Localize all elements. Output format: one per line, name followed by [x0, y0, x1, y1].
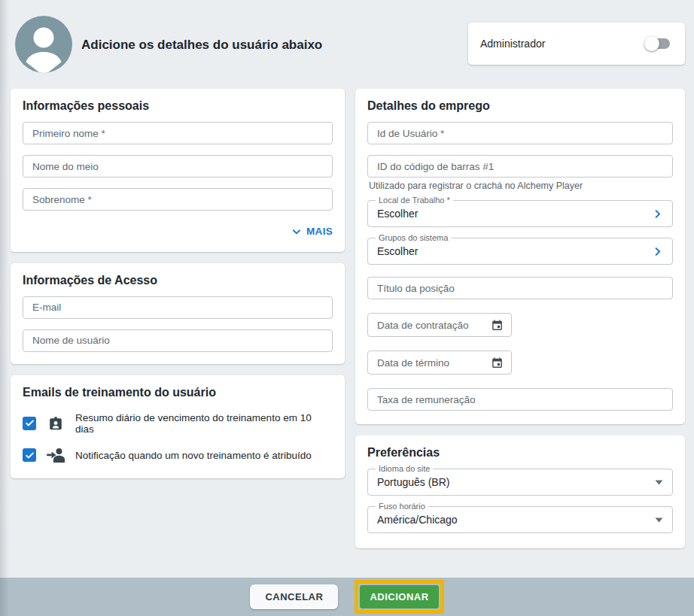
- training-email-row: Resumo diário de vencimento do treinamen…: [23, 412, 333, 435]
- administrator-toggle[interactable]: [644, 36, 671, 51]
- access-info-title: Informações de Acesso: [23, 274, 333, 287]
- chevron-down-icon: [291, 226, 302, 237]
- system-groups-select[interactable]: Grupos do sistema Escolher: [367, 238, 673, 265]
- pay-rate-input[interactable]: [367, 388, 673, 411]
- add-user-page: Adicione os detalhes do usuário abaixo A…: [0, 0, 694, 616]
- assign-person-icon: [46, 448, 65, 463]
- barcode-helper-text: Utilizado para registrar o crachá no Alc…: [369, 181, 673, 191]
- employment-card: Detalhes do emprego Utilizado para regis…: [355, 89, 685, 424]
- check-icon: [25, 418, 35, 428]
- username-input[interactable]: [23, 329, 333, 352]
- left-column: Informações pessoais MAIS Informações de…: [11, 89, 345, 490]
- email-input[interactable]: [23, 296, 333, 319]
- hire-date-input[interactable]: [377, 320, 475, 331]
- check-icon: [25, 451, 35, 460]
- administrator-card: Administrador: [468, 23, 685, 65]
- daily-summary-checkbox[interactable]: [23, 417, 36, 430]
- new-training-checkbox[interactable]: [23, 448, 36, 462]
- preferences-title: Preferências: [367, 446, 673, 460]
- system-groups-value: Escolher: [377, 245, 418, 257]
- timezone-value: América/Chicago: [377, 514, 458, 526]
- workplace-select[interactable]: Local de Trabalho * Escolher: [367, 200, 673, 227]
- chevron-right-icon: [652, 246, 663, 257]
- site-language-select[interactable]: Idioma do site Português (BR): [367, 469, 673, 496]
- user-avatar: [15, 16, 72, 73]
- training-email-label: Notificação quando um novo treinamento é…: [75, 450, 312, 461]
- position-title-input[interactable]: [367, 277, 673, 299]
- middle-name-input[interactable]: [23, 155, 333, 178]
- cancel-button[interactable]: CANCELAR: [250, 584, 338, 609]
- system-groups-label: Grupos do sistema: [376, 233, 451, 242]
- footer-action-bar: CANCELAR ADICIONAR: [0, 578, 694, 616]
- calendar-icon[interactable]: [491, 357, 504, 369]
- timezone-select[interactable]: Fuso horário América/Chicago: [367, 506, 673, 533]
- site-language-label: Idioma do site: [376, 464, 433, 473]
- toggle-knob: [644, 36, 659, 51]
- site-language-value: Português (BR): [377, 476, 449, 488]
- personal-info-card: Informações pessoais MAIS: [11, 89, 345, 252]
- preferences-card: Preferências Idioma do site Português (B…: [355, 435, 685, 548]
- badge-icon: [46, 415, 65, 432]
- employment-title: Detalhes do emprego: [367, 99, 673, 113]
- more-link[interactable]: MAIS: [291, 226, 333, 237]
- last-name-input[interactable]: [23, 188, 333, 211]
- dropdown-arrow-icon: [655, 517, 663, 523]
- end-date-input[interactable]: [377, 357, 475, 369]
- training-email-row: Notificação quando um novo treinamento é…: [23, 448, 333, 463]
- training-emails-card: Emails de treinamento do usuário Resumo: [11, 375, 345, 478]
- action-highlight-box: ADICIONAR: [355, 580, 443, 614]
- chevron-right-icon: [652, 208, 663, 220]
- barcode-id-input[interactable]: [367, 155, 673, 178]
- timezone-label: Fuso horário: [376, 502, 428, 511]
- calendar-icon[interactable]: [491, 319, 504, 332]
- training-email-label: Resumo diário de vencimento do treinamen…: [75, 412, 333, 435]
- first-name-input[interactable]: [23, 122, 333, 144]
- left-edge-shadow: [0, 0, 9, 616]
- workplace-label: Local de Trabalho *: [376, 196, 453, 205]
- avatar-person-icon: [15, 16, 72, 73]
- workplace-value: Escolher: [377, 208, 418, 220]
- access-info-card: Informações de Acesso: [11, 263, 345, 364]
- page-title: Adicione os detalhes do usuário abaixo: [81, 38, 322, 53]
- more-row: MAIS: [23, 226, 333, 240]
- dropdown-arrow-icon: [655, 480, 663, 485]
- personal-info-title: Informações pessoais: [23, 99, 333, 113]
- end-date-field[interactable]: [367, 350, 512, 375]
- hire-date-field[interactable]: [367, 313, 512, 337]
- training-emails-title: Emails de treinamento do usuário: [23, 386, 333, 399]
- more-label: MAIS: [306, 226, 333, 237]
- user-id-input[interactable]: [367, 122, 673, 144]
- right-column: Detalhes do emprego Utilizado para regis…: [355, 89, 685, 560]
- administrator-label: Administrador: [480, 38, 545, 50]
- header: Adicione os detalhes do usuário abaixo A…: [0, 0, 694, 78]
- add-button[interactable]: ADICIONAR: [360, 585, 438, 608]
